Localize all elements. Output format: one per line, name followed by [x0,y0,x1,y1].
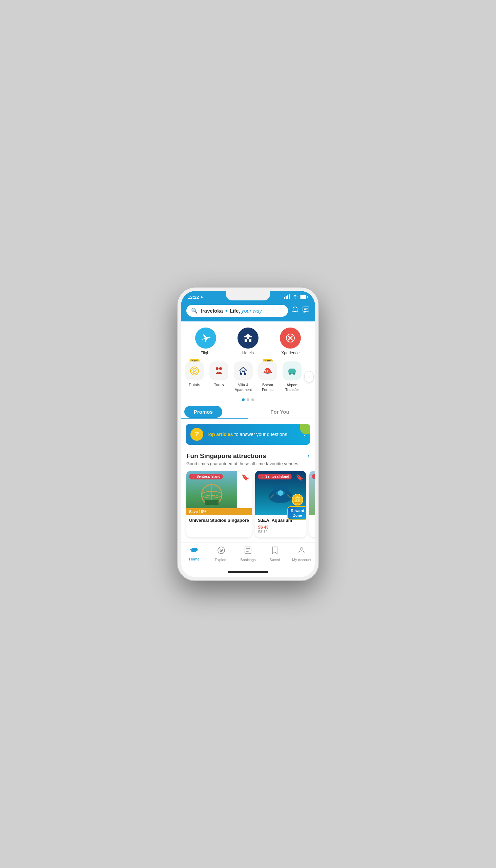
svg-point-28 [289,373,291,375]
question-icon: ? [190,428,203,441]
svg-rect-0 [284,297,285,299]
reward-zone-text: RewardZone [291,509,304,518]
card-uss[interactable]: UNIVERSAL 📍 Sentosa Island 🔖 Save 15% [186,471,252,537]
third-location-pin-icon: 📍 [314,475,315,478]
svg-rect-3 [289,294,290,299]
services-row-2: new P Points [181,359,315,396]
location-icon: ➤ [200,295,203,299]
svg-point-44 [220,550,222,551]
article-text: Top articles to answer your questions [207,431,300,437]
svg-rect-10 [247,339,249,342]
svg-rect-2 [287,295,288,299]
reward-zone-label: RewardZone [287,506,306,520]
dot-3 [251,399,254,401]
svg-rect-22 [245,371,246,373]
svg-rect-12 [249,338,251,339]
service-points[interactable]: new P Points [182,361,207,392]
chat-icon[interactable] [302,306,310,315]
tab-foryou[interactable]: For You [261,406,298,418]
card-third[interactable]: 📍 Ma... [309,471,315,537]
article-arrow-icon: › [304,431,306,437]
svg-rect-6 [300,295,306,299]
traveloka-bird: ✦ [224,308,228,314]
reward-zone-overlay: 🪙 RewardZone [287,493,306,520]
service-xperience[interactable]: Xperience [277,328,304,356]
points-icon: P [185,361,204,380]
article-banner[interactable]: ? Top articles to answer your questions … [186,424,310,445]
svg-point-49 [300,548,303,550]
explore-nav-label: Explore [215,558,227,562]
home-indicator-bar [228,571,268,573]
uss-card-title: Universal Studios Singapore [189,518,249,524]
next-services-button[interactable]: › [304,371,314,383]
notification-bell-icon[interactable] [291,306,299,315]
card-aquarium[interactable]: 📍 Sentosa Island 🔖 S.E.A. Aquarium S$ 43… [255,471,306,537]
svg-rect-23 [266,368,269,369]
reward-coins-icon: 🪙 [287,493,306,506]
airport-transfer-label: AirportTransfer [285,383,299,392]
service-airport-transfer[interactable]: AirportTransfer [280,361,304,392]
hotel-icon-circle [237,328,259,348]
account-nav-label: My Account [292,558,311,562]
points-label: Points [189,383,200,388]
aquarium-location-pin-icon: 📍 [260,475,264,478]
svg-rect-8 [303,307,309,311]
pagination-dots [181,396,315,406]
service-hotels[interactable]: Hotels [234,328,262,356]
batam-label: BatamFerries [262,383,274,392]
service-batam[interactable]: new BatamFerries [255,361,280,392]
service-tours[interactable]: Tours [207,361,231,392]
nav-bookings[interactable]: Bookings [234,546,261,562]
aquarium-location-text: Sentosa Island [265,475,289,478]
aquarium-location-badge: 📍 Sentosa Island [258,474,292,479]
home-nav-label: Home [189,557,200,561]
time-display: 12:22 [188,295,199,300]
explore-icon [217,546,225,556]
svg-rect-30 [288,372,289,373]
villa-icon [234,361,253,380]
search-text: traveloka ✦ Life, your way [201,308,262,314]
location-pin-icon: 📍 [191,475,196,478]
phone-screen: 12:22 ➤ [181,291,315,577]
aquarium-bookmark-icon[interactable]: 🔖 [296,474,303,481]
svg-point-39 [278,490,283,496]
tours-label: Tours [214,383,223,388]
nav-explore[interactable]: Explore [208,546,234,562]
svg-rect-20 [242,372,244,375]
uss-card-body: Universal Studios Singapore [186,515,252,527]
airport-transfer-icon [282,361,301,380]
section-chevron-icon[interactable]: › [308,452,310,460]
nav-home[interactable]: Home [181,546,208,562]
service-flight[interactable]: Flight [192,328,219,356]
svg-point-29 [293,373,295,375]
uss-location-badge: 📍 Sentosa Island [189,474,223,479]
nav-saved[interactable]: Saved [262,546,288,562]
nav-account[interactable]: My Account [288,546,315,562]
svg-rect-7 [307,296,308,298]
service-villa[interactable]: Villa &Apartment [231,361,255,392]
svg-text:UNIVERSAL: UNIVERSAL [205,494,219,497]
app-header: 🔍 traveloka ✦ Life, your way [181,302,315,321]
services-row-1: Flight Hotels [181,321,315,359]
uss-bookmark-icon[interactable]: 🔖 [242,474,249,481]
villa-label: Villa &Apartment [235,383,252,392]
section-title-row: Fun Singapore attractions › [186,452,310,460]
xperience-icon-circle [280,328,301,348]
dot-1 [242,399,245,401]
tab-promos[interactable]: Promos [184,406,222,418]
svg-rect-25 [267,370,268,372]
svg-rect-27 [289,369,295,371]
svg-point-18 [219,367,222,370]
xperience-label: Xperience [281,350,299,356]
tours-icon [210,361,228,380]
phone-shell: 12:22 ➤ [177,287,319,581]
section-title-text: Fun Singapore attractions [186,452,266,460]
traveloka-wordmark: traveloka [201,308,223,314]
bottom-nav: Home Explore [181,542,315,569]
tabs-container: Promos For You [181,406,315,418]
uss-save-badge: Save 15% [186,508,252,515]
svg-point-4 [295,298,295,299]
main-content: Flight Hotels [181,321,315,577]
bookings-nav-label: Bookings [240,558,255,562]
search-bar[interactable]: 🔍 traveloka ✦ Life, your way [186,305,288,317]
